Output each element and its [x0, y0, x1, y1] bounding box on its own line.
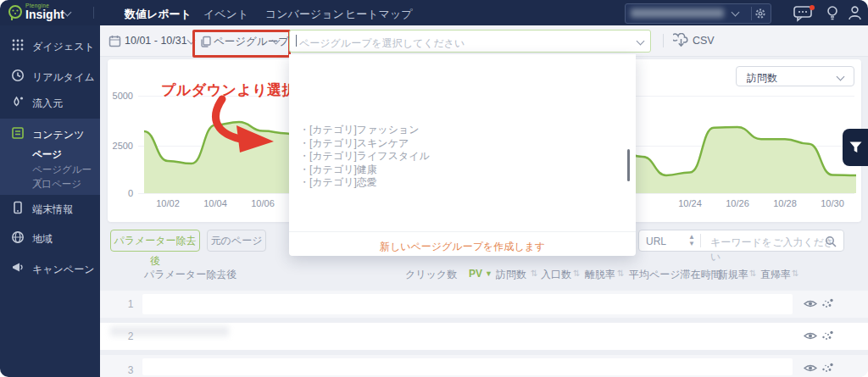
lightbulb-icon[interactable] — [826, 5, 839, 21]
col-header-exit-rate[interactable]: 離脱率 — [585, 268, 615, 282]
heatmap-dots-icon[interactable] — [821, 297, 834, 310]
account-name-redacted — [631, 8, 724, 18]
sidebar-item-label: 端末情報 — [32, 202, 73, 217]
view-page-eye-icon[interactable] — [804, 363, 817, 374]
col-header-pv-sorted[interactable]: PV — [469, 268, 482, 280]
sidebar-item-traffic-source[interactable]: 流入元 — [0, 94, 100, 111]
text-caret — [296, 35, 297, 47]
url-field-selector[interactable]: URL — [646, 236, 666, 247]
left-sidebar: ダイジェスト リアルタイム 流入元 コンテンツ ページ ペー — [0, 25, 100, 377]
account-selector[interactable] — [625, 3, 771, 24]
divider — [700, 234, 701, 247]
sidebar-item-label: ダイジェスト — [32, 40, 95, 54]
metric-chevron-down-icon — [837, 73, 845, 81]
account-chevron-down-icon — [732, 8, 740, 17]
brand-chevron-down-icon[interactable] — [64, 8, 72, 17]
sidebar-item-device-info[interactable]: 端末情報 — [0, 200, 100, 217]
sort-desc-icon[interactable]: ▼ — [485, 269, 492, 278]
sidebar-subitem-entry-page[interactable]: 入口ページ — [32, 178, 100, 191]
x-axis-tick: 10/02 — [156, 198, 180, 208]
sidebar-item-label: 流入元 — [32, 97, 63, 111]
nav-tab-events[interactable]: イベント — [203, 7, 248, 22]
filter-panel-tab[interactable] — [843, 129, 868, 166]
dropdown-option-romance[interactable]: ・[カテゴリ]恋愛 — [299, 175, 621, 189]
col-header-bounce-rate[interactable]: 直帰率 — [760, 268, 791, 282]
water-drop-icon — [11, 95, 25, 108]
sort-icon[interactable]: ⇅ — [531, 269, 537, 278]
redacted-cell-content — [142, 294, 793, 314]
gear-icon[interactable] — [754, 8, 766, 19]
x-axis-tick: 10/30 — [821, 198, 844, 208]
brand-insight[interactable]: Insight — [25, 8, 64, 21]
x-axis-tick: 10/26 — [726, 198, 749, 208]
sidebar-subitem-page[interactable]: ページ — [32, 148, 100, 161]
sort-icon[interactable]: ⇅ — [219, 269, 225, 278]
nav-tab-heatmap[interactable]: ヒートマップ — [345, 7, 413, 22]
keyword-input[interactable]: キーワードをご入力ください — [710, 236, 843, 264]
sidebar-item-realtime[interactable]: リアルタイム — [0, 68, 100, 85]
row-index: 3 — [122, 364, 139, 376]
sidebar-item-campaign[interactable]: キャンペーン — [0, 260, 100, 277]
sidebar-item-label: リアルタイム — [32, 70, 95, 85]
sidebar-item-region[interactable]: 地域 — [0, 230, 100, 247]
sort-icon[interactable]: ⇅ — [617, 269, 624, 278]
search-icon[interactable] — [825, 236, 837, 247]
document-icon — [11, 126, 25, 140]
grid-dots-icon — [11, 38, 25, 52]
csv-download-icon[interactable] — [673, 33, 689, 49]
top-navbar: Ptengine Insight 数値レポート イベント コンバージョン ヒート… — [0, 0, 868, 25]
funnel-icon — [849, 141, 862, 153]
divider — [289, 231, 636, 232]
sort-icon[interactable]: ⇅ — [749, 269, 756, 278]
sort-icon[interactable]: ⇅ — [448, 269, 455, 278]
page-group-icon — [200, 36, 212, 47]
dropdown-option-health[interactable]: ・[カテゴリ]健康 — [299, 163, 621, 176]
mobile-device-icon — [11, 201, 25, 214]
megaphone-icon — [11, 261, 25, 274]
col-header-entries[interactable]: 入口数 — [541, 268, 571, 282]
col-header-new-rate[interactable]: 新規率 — [718, 268, 748, 282]
metric-selector[interactable]: 訪問数 — [736, 66, 854, 86]
sort-icon[interactable]: ⇅ — [703, 269, 709, 278]
row-index: 2 — [122, 330, 139, 342]
user-profile-icon[interactable] — [848, 5, 862, 20]
clock-icon — [11, 69, 25, 82]
dropdown-option-skincare[interactable]: ・[カテゴリ]スキンケア — [299, 136, 621, 150]
sidebar-item-label: コンテンツ — [32, 128, 84, 142]
globe-icon — [11, 230, 25, 244]
url-spinner-icon[interactable]: ▲▼ — [688, 234, 695, 247]
redacted-cell-content — [142, 358, 793, 375]
heatmap-dots-icon[interactable] — [821, 330, 834, 342]
heatmap-dots-icon[interactable] — [821, 362, 834, 374]
nav-tab-conversion[interactable]: コンバージョン — [265, 7, 344, 22]
x-axis-tick: 10/06 — [251, 198, 275, 208]
x-axis-tick: 10/04 — [203, 198, 227, 208]
x-axis-tick: 10/28 — [773, 198, 797, 208]
dropdown-option-lifestyle[interactable]: ・[カテゴリ]ライフスタイル — [299, 149, 621, 163]
create-page-group-link[interactable]: 新しいページグループを作成します — [289, 240, 636, 254]
sidebar-item-label: 地域 — [32, 232, 53, 247]
original-page-toggle-button[interactable]: 元のページ — [207, 230, 266, 252]
page-group-dropdown-panel: ・[カテゴリ]ファッション ・[カテゴリ]スキンケア ・[カテゴリ]ライフスタイ… — [289, 54, 636, 256]
csv-export-button[interactable]: CSV — [693, 35, 715, 47]
row-index: 1 — [122, 298, 139, 310]
sidebar-item-contents[interactable]: コンテンツ — [0, 125, 100, 142]
select-placeholder: ページグループを選択してください — [299, 36, 465, 51]
param-removed-toggle-button[interactable]: パラメーター除去後 — [110, 230, 200, 252]
divider — [751, 7, 752, 20]
sort-icon[interactable]: ⇅ — [792, 269, 798, 278]
dropdown-option-fashion[interactable]: ・[カテゴリ]ファッション — [299, 123, 621, 136]
dropdown-scrollbar[interactable] — [627, 149, 630, 181]
col-header-visits[interactable]: 訪問数 — [496, 268, 526, 282]
sidebar-item-digest[interactable]: ダイジェスト — [0, 37, 100, 54]
feedback-chat-icon[interactable] — [793, 5, 815, 22]
view-page-eye-icon[interactable] — [804, 298, 817, 309]
toolbar-separator — [663, 34, 664, 47]
view-page-eye-icon[interactable] — [804, 330, 817, 341]
sidebar-item-label: キャンペーン — [32, 263, 94, 277]
ptengine-logo-icon — [6, 3, 25, 22]
nav-tab-numeric-report[interactable]: 数値レポート — [125, 7, 192, 22]
x-axis-tick: 10/24 — [678, 198, 702, 208]
date-range-picker[interactable]: 10/01 - 10/31 — [125, 35, 187, 47]
sort-icon[interactable]: ⇅ — [573, 269, 580, 278]
